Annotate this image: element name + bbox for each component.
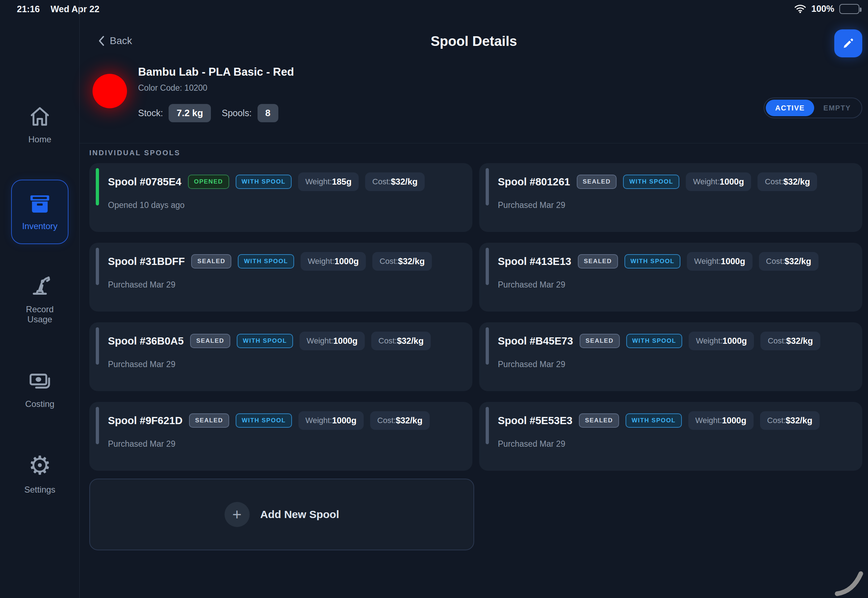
spool-card-header: Spool #36B0A5 SEALED WITH SPOOL Weight:1… xyxy=(89,322,472,350)
spool-card[interactable]: Spool #31BDFF SEALED WITH SPOOL Weight:1… xyxy=(89,243,472,311)
spool-id: Spool #413E13 xyxy=(498,256,572,268)
spool-note: Purchased Mar 29 xyxy=(89,350,472,369)
pencil-stroke-mark xyxy=(833,568,866,597)
spool-card[interactable]: Spool #9F621D SEALED WITH SPOOL Weight:1… xyxy=(89,402,472,471)
spool-status-badge: SEALED xyxy=(191,254,231,269)
spool-status-badge: SEALED xyxy=(580,334,620,348)
spool-status-accent-bar xyxy=(486,248,489,285)
spools-count-badge: 8 xyxy=(257,104,278,122)
pencil-icon xyxy=(842,37,855,50)
active-empty-toggle: ACTIVE EMPTY xyxy=(764,97,862,118)
spool-weight-chip: Weight:185g xyxy=(298,172,359,191)
spool-status-badge: SEALED xyxy=(190,334,230,348)
spool-id: Spool #36B0A5 xyxy=(108,335,184,347)
spool-card-header: Spool #801261 SEALED WITH SPOOL Weight:1… xyxy=(479,163,862,191)
banknote-icon xyxy=(29,371,51,391)
toggle-option-active[interactable]: ACTIVE xyxy=(766,100,814,116)
spool-note: Purchased Mar 29 xyxy=(479,430,862,449)
page-header: Back Spool Details xyxy=(79,18,868,64)
spool-tag-badge: WITH SPOOL xyxy=(624,254,681,269)
spool-id: Spool #801261 xyxy=(498,176,570,188)
spool-note: Opened 10 days ago xyxy=(89,191,472,210)
sidebar-label: Inventory xyxy=(13,221,67,231)
stock-row: Stock: 7.2 kg Spools: 8 xyxy=(138,104,278,122)
sidebar-label: Settings xyxy=(13,485,67,495)
sidebar-item-record-usage[interactable]: Record Usage xyxy=(0,274,79,324)
spool-tag-badge: WITH SPOOL xyxy=(236,175,292,189)
spool-cost-chip: Cost:$32/kg xyxy=(759,252,819,271)
toggle-option-empty[interactable]: EMPTY xyxy=(814,100,860,116)
spool-weight-chip: Weight:1000g xyxy=(301,252,366,271)
section-title: INDIVIDUAL SPOOLS xyxy=(89,149,180,157)
spool-id: Spool #B45E73 xyxy=(498,335,573,347)
sidebar: Home Inventory xyxy=(0,0,79,598)
spool-status-accent-bar xyxy=(96,248,99,285)
battery-icon xyxy=(839,4,859,14)
spool-details-screen: 21:16 Wed Apr 22 100% xyxy=(0,0,868,598)
spool-cost-chip: Cost:$32/kg xyxy=(365,172,425,191)
plus-icon: + xyxy=(224,502,250,527)
spool-cost-chip: Cost:$32/kg xyxy=(760,332,820,350)
spool-cost-chip: Cost:$32/kg xyxy=(370,411,430,430)
spool-tag-badge: WITH SPOOL xyxy=(238,254,294,269)
spool-tag-badge: WITH SPOOL xyxy=(237,334,293,348)
spool-card-header: Spool #B45E73 SEALED WITH SPOOL Weight:1… xyxy=(479,322,862,350)
sidebar-item-costing[interactable]: Costing xyxy=(0,371,79,409)
spool-card[interactable]: Spool #5E53E3 SEALED WITH SPOOL Weight:1… xyxy=(479,402,862,471)
spool-cost-chip: Cost:$32/kg xyxy=(760,411,820,430)
color-swatch xyxy=(93,74,127,108)
product-color-code: Color Code: 10200 xyxy=(138,83,207,93)
spool-card[interactable]: Spool #B45E73 SEALED WITH SPOOL Weight:1… xyxy=(479,322,862,391)
spool-note: Purchased Mar 29 xyxy=(89,430,472,449)
spool-weight-chip: Weight:1000g xyxy=(688,411,754,430)
archive-box-icon xyxy=(28,193,51,215)
spool-status-badge: SEALED xyxy=(578,254,618,269)
spool-note: Purchased Mar 29 xyxy=(479,191,862,210)
sidebar-item-home[interactable]: Home xyxy=(0,106,79,145)
spool-status-accent-bar xyxy=(486,327,489,365)
page-title: Spool Details xyxy=(79,34,868,49)
spool-cost-chip: Cost:$32/kg xyxy=(371,332,431,350)
spool-status-badge: OPENED xyxy=(188,175,229,189)
spool-card-header: Spool #5E53E3 SEALED WITH SPOOL Weight:1… xyxy=(479,402,862,430)
sidebar-item-settings[interactable]: ⚙ Settings xyxy=(0,454,79,495)
gear-icon: ⚙ xyxy=(28,454,52,477)
spool-status-badge: SEALED xyxy=(189,413,229,428)
add-new-spool-button[interactable]: + Add New Spool xyxy=(89,478,474,550)
spool-id: Spool #0785E4 xyxy=(108,176,181,188)
home-icon xyxy=(29,106,51,127)
spool-weight-chip: Weight:1000g xyxy=(298,411,364,430)
spool-note: Purchased Mar 29 xyxy=(479,350,862,369)
edit-button[interactable] xyxy=(834,29,862,57)
spool-tag-badge: WITH SPOOL xyxy=(626,334,682,348)
spool-status-accent-bar xyxy=(96,168,99,205)
spool-status-accent-bar xyxy=(486,168,489,205)
spool-tag-badge: WITH SPOOL xyxy=(623,175,679,189)
spool-card-header: Spool #413E13 SEALED WITH SPOOL Weight:1… xyxy=(479,243,862,271)
spool-weight-chip: Weight:1000g xyxy=(688,332,754,350)
spool-card-header: Spool #9F621D SEALED WITH SPOOL Weight:1… xyxy=(89,402,472,430)
spool-tag-badge: WITH SPOOL xyxy=(626,413,682,428)
spool-weight-chip: Weight:1000g xyxy=(687,252,752,271)
spool-status-badge: SEALED xyxy=(579,413,619,428)
status-bar: 21:16 Wed Apr 22 100% xyxy=(0,0,868,18)
wifi-icon xyxy=(794,4,806,13)
product-name: Bambu Lab - PLA Basic - Red xyxy=(138,66,294,79)
spool-card[interactable]: Spool #413E13 SEALED WITH SPOOL Weight:1… xyxy=(479,243,862,311)
spool-card[interactable]: Spool #36B0A5 SEALED WITH SPOOL Weight:1… xyxy=(89,322,472,391)
spool-id: Spool #9F621D xyxy=(108,415,183,427)
sidebar-label: Record Usage xyxy=(13,304,67,324)
battery-percent: 100% xyxy=(811,4,834,14)
sidebar-item-inventory[interactable]: Inventory xyxy=(11,179,69,244)
spool-card[interactable]: Spool #0785E4 OPENED WITH SPOOL Weight:1… xyxy=(89,163,472,232)
sidebar-label: Costing xyxy=(13,399,67,409)
spool-cost-chip: Cost:$32/kg xyxy=(372,252,432,271)
spool-tag-badge: WITH SPOOL xyxy=(236,413,292,428)
spool-status-accent-bar xyxy=(486,407,489,444)
spool-card[interactable]: Spool #801261 SEALED WITH SPOOL Weight:1… xyxy=(479,163,862,232)
spool-card-header: Spool #31BDFF SEALED WITH SPOOL Weight:1… xyxy=(89,243,472,271)
spool-status-badge: SEALED xyxy=(577,175,617,189)
spool-note: Purchased Mar 29 xyxy=(89,271,472,290)
spool-status-accent-bar xyxy=(96,327,99,365)
product-summary: Bambu Lab - PLA Basic - Red Color Code: … xyxy=(79,64,868,144)
